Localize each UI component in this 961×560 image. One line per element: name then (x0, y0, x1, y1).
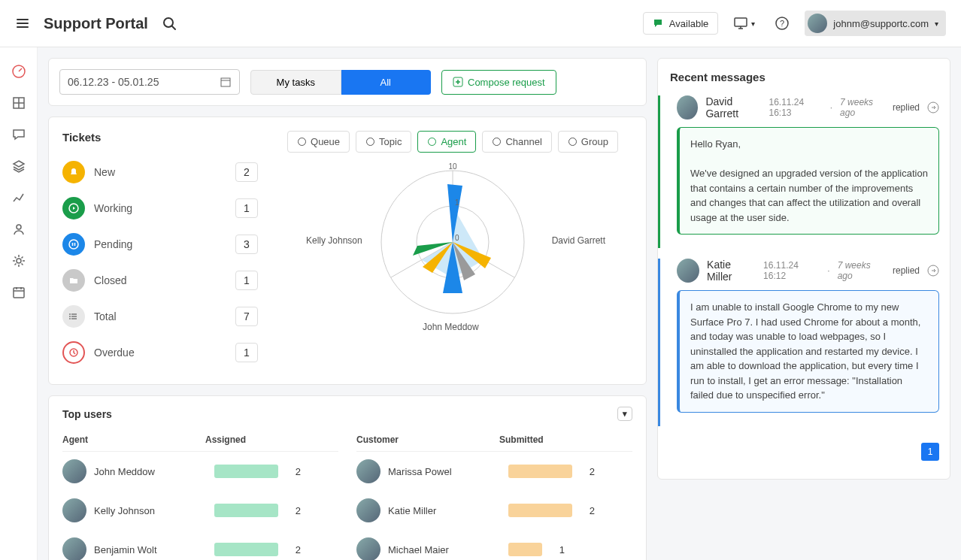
filter-group[interactable]: Group (558, 131, 618, 153)
user-name: Marissa Powel (388, 466, 501, 477)
ticket-status-row[interactable]: Overdue 1 (62, 334, 258, 371)
ticket-status-row[interactable]: Total 7 (62, 298, 258, 334)
arrow-icon[interactable] (927, 101, 939, 114)
user-row[interactable]: Benjamin Wolt 2 (62, 530, 338, 560)
avatar (808, 14, 827, 33)
svg-rect-8 (14, 288, 24, 298)
user-name: Kelly Johnson (94, 505, 207, 516)
agent-radar-chart: 10 1 0 (351, 162, 554, 323)
bar (508, 543, 542, 556)
user-count: 2 (286, 544, 301, 555)
bar (214, 504, 278, 517)
sidebar-chat-icon[interactable] (11, 127, 26, 142)
ticket-status-row[interactable]: Pending 3 (62, 226, 258, 262)
svg-point-14 (69, 316, 71, 317)
pause-icon (62, 233, 85, 256)
tab-all[interactable]: All (341, 70, 432, 95)
filter-topic[interactable]: Topic (356, 131, 411, 153)
sidebar-layers-icon[interactable] (11, 159, 26, 174)
sidebar-gear-icon[interactable] (11, 253, 26, 268)
sidebar-chart-icon[interactable] (11, 190, 26, 205)
message-body: Hello Ryan,We've designed an upgraded ve… (677, 127, 939, 235)
date-range-input[interactable]: 06.12.23 - 05.01.25 (59, 69, 240, 95)
message-sender[interactable]: David Garrett (705, 95, 761, 120)
menu-icon[interactable] (15, 16, 30, 31)
page-number[interactable]: 1 (921, 443, 939, 461)
sidebar-grid-icon[interactable] (11, 95, 26, 110)
svg-point-21 (568, 138, 576, 146)
filter-queue[interactable]: Queue (287, 131, 350, 153)
sidebar-dashboard-icon[interactable] (11, 64, 26, 79)
app-title: Support Portal (44, 15, 148, 32)
ticket-status-row[interactable]: Closed 1 (62, 262, 258, 298)
ticket-count: 1 (235, 198, 258, 218)
svg-point-7 (17, 259, 21, 263)
bar (508, 465, 572, 478)
svg-text:0: 0 (455, 234, 459, 242)
user-name: John Meddow (94, 466, 207, 477)
message-action: replied (893, 102, 920, 113)
dropdown-icon[interactable]: ▾ (617, 407, 632, 421)
svg-point-15 (69, 318, 71, 319)
user-row[interactable]: Kelly Johnson 2 (62, 491, 338, 530)
help-icon[interactable]: ? (770, 11, 794, 35)
filter-agent[interactable]: Agent (417, 131, 476, 153)
svg-point-13 (69, 313, 71, 315)
avatar (62, 537, 86, 560)
message-ago: 7 weeks ago (840, 97, 885, 118)
avatar (677, 95, 698, 120)
ticket-label: Working (94, 202, 226, 214)
plus-icon (453, 77, 463, 87)
user-name: Michael Maier (388, 544, 501, 555)
avatar (356, 498, 380, 522)
bell-icon (62, 161, 85, 183)
recent-title: Recent messages (658, 59, 950, 95)
ticket-count: 1 (235, 343, 258, 362)
avatar (677, 259, 699, 283)
avatar (62, 498, 86, 522)
col-header: Assigned (205, 434, 338, 445)
ticket-status-row[interactable]: New 2 (62, 154, 258, 190)
bar (214, 543, 278, 556)
ticket-status-row[interactable]: Working 1 (62, 190, 258, 226)
chat-icon (653, 17, 665, 29)
message-timestamp: 16.11.24 16:13 (768, 97, 822, 118)
col-header: Agent (62, 434, 205, 445)
clock-icon (62, 341, 85, 364)
ticket-count: 7 (235, 307, 258, 326)
svg-rect-1 (735, 18, 747, 26)
svg-point-18 (367, 138, 374, 146)
svg-point-19 (429, 138, 436, 146)
search-icon[interactable] (162, 16, 177, 31)
user-row[interactable]: John Meddow 2 (62, 452, 338, 491)
tab-my-tasks[interactable]: My tasks (250, 70, 341, 95)
display-icon[interactable]: ▾ (729, 11, 759, 35)
sidebar-calendar-icon[interactable] (11, 285, 26, 300)
user-menu[interactable]: johnm@supportc.com ▾ (805, 11, 946, 36)
user-count: 2 (286, 466, 301, 477)
avatar (356, 537, 380, 560)
svg-point-17 (299, 138, 306, 146)
ticket-label: Closed (94, 274, 226, 286)
arrow-icon[interactable] (927, 265, 939, 277)
sidebar (0, 47, 38, 560)
user-count: 2 (580, 466, 595, 477)
user-count: 2 (580, 505, 595, 516)
user-name: Katie Miller (388, 505, 501, 516)
agent-status[interactable]: Available (643, 12, 719, 35)
chart-axis-label: Kelly Johnson (306, 235, 362, 246)
ticket-label: Total (94, 310, 226, 322)
bar (214, 465, 278, 478)
user-row[interactable]: Katie Miller 2 (356, 491, 632, 530)
avatar (62, 459, 86, 483)
sidebar-users-icon[interactable] (11, 222, 26, 237)
compose-button[interactable]: Compose request (441, 70, 556, 95)
message-timestamp: 16.11.24 16:12 (763, 260, 820, 281)
message-sender[interactable]: Katie Miller (707, 259, 756, 283)
user-row[interactable]: Michael Maier 1 (356, 530, 632, 560)
message-action: replied (893, 265, 920, 276)
user-row[interactable]: Marissa Powel 2 (356, 452, 632, 491)
svg-point-6 (17, 225, 21, 229)
filter-channel[interactable]: Channel (482, 131, 551, 153)
svg-rect-9 (221, 78, 230, 86)
